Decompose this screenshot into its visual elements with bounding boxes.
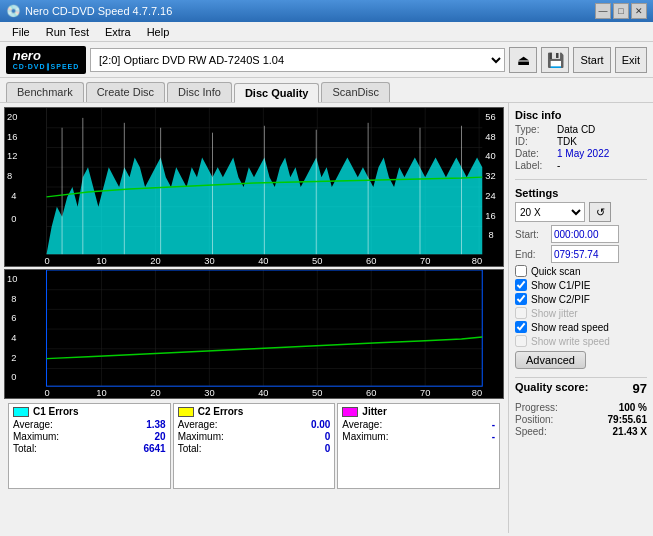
show-jitter-checkbox — [515, 307, 527, 319]
speed-select[interactable]: 20 X — [515, 202, 585, 222]
svg-text:32: 32 — [485, 171, 495, 181]
tab-disc-quality[interactable]: Disc Quality — [234, 83, 320, 103]
menu-bar: File Run Test Extra Help — [0, 22, 653, 42]
svg-text:8: 8 — [7, 171, 12, 181]
settings-title: Settings — [515, 187, 647, 199]
quality-score-label: Quality score: — [515, 381, 588, 396]
svg-text:50: 50 — [312, 388, 322, 398]
toolbar: nero CD·DVD∥SPEED [2:0] Optiarc DVD RW A… — [0, 42, 653, 78]
svg-text:10: 10 — [7, 274, 17, 284]
start-button[interactable]: Start — [573, 47, 610, 73]
c2-max-value: 0 — [325, 431, 331, 442]
show-read-speed-checkbox[interactable] — [515, 321, 527, 333]
progress-label: Progress: — [515, 402, 558, 413]
svg-text:70: 70 — [420, 256, 430, 266]
svg-text:10: 10 — [96, 388, 106, 398]
menu-help[interactable]: Help — [139, 24, 178, 40]
c1-color-indicator — [13, 407, 29, 417]
right-panel: Disc info Type: Data CD ID: TDK Date: 1 … — [508, 103, 653, 533]
svg-text:16: 16 — [485, 211, 495, 221]
show-c2pif-label: Show C2/PIF — [531, 294, 590, 305]
disc-info-section: Disc info Type: Data CD ID: TDK Date: 1 … — [515, 109, 647, 172]
c2-total-label: Total: — [178, 443, 202, 454]
svg-text:10: 10 — [96, 256, 106, 266]
show-read-speed-label: Show read speed — [531, 322, 609, 333]
c1-max-value: 20 — [155, 431, 166, 442]
tab-create-disc[interactable]: Create Disc — [86, 82, 165, 102]
exit-button[interactable]: Exit — [615, 47, 647, 73]
c1-total-label: Total: — [13, 443, 37, 454]
type-label: Type: — [515, 124, 553, 135]
svg-text:50: 50 — [312, 256, 322, 266]
top-chart-svg: 20 16 12 8 4 0 56 48 40 32 24 16 8 0 10 … — [5, 108, 503, 266]
progress-value: 100 % — [619, 402, 647, 413]
start-input[interactable] — [551, 225, 619, 243]
main-content: 20 16 12 8 4 0 56 48 40 32 24 16 8 0 10 … — [0, 103, 653, 533]
svg-text:80: 80 — [472, 256, 482, 266]
c2-avg-value: 0.00 — [311, 419, 330, 430]
minimize-button[interactable]: — — [595, 3, 611, 19]
menu-run-test[interactable]: Run Test — [38, 24, 97, 40]
top-chart: 20 16 12 8 4 0 56 48 40 32 24 16 8 0 10 … — [4, 107, 504, 267]
svg-text:0: 0 — [11, 372, 16, 382]
svg-text:6: 6 — [11, 313, 16, 323]
tab-disc-info[interactable]: Disc Info — [167, 82, 232, 102]
c1-avg-value: 1.38 — [146, 419, 165, 430]
bottom-chart: 10 8 6 4 2 0 0 10 20 30 40 50 60 70 80 — [4, 269, 504, 399]
speed-label: Speed: — [515, 426, 547, 437]
jitter-avg-label: Average: — [342, 419, 382, 430]
tab-bar: Benchmark Create Disc Disc Info Disc Qua… — [0, 78, 653, 103]
nero-logo: nero CD·DVD∥SPEED — [6, 46, 86, 74]
title-bar-title: Nero CD-DVD Speed 4.7.7.16 — [25, 5, 172, 17]
c1-stats-box: C1 Errors Average: 1.38 Maximum: 20 Tota… — [8, 403, 171, 489]
show-c1pie-checkbox[interactable] — [515, 279, 527, 291]
date-value: 1 May 2022 — [557, 148, 609, 159]
svg-text:16: 16 — [7, 132, 17, 142]
c2-color-indicator — [178, 407, 194, 417]
type-value: Data CD — [557, 124, 595, 135]
tab-benchmark[interactable]: Benchmark — [6, 82, 84, 102]
settings-section: Settings 20 X ↺ Start: End: Quick scan — [515, 187, 647, 369]
svg-text:48: 48 — [485, 132, 495, 142]
svg-text:40: 40 — [258, 256, 268, 266]
c2-max-label: Maximum: — [178, 431, 224, 442]
show-write-speed-label: Show write speed — [531, 336, 610, 347]
svg-text:30: 30 — [204, 256, 214, 266]
refresh-button[interactable]: ↺ — [589, 202, 611, 222]
drive-select[interactable]: [2:0] Optiarc DVD RW AD-7240S 1.04 — [90, 48, 505, 72]
disc-info-title: Disc info — [515, 109, 647, 121]
show-c2pif-checkbox[interactable] — [515, 293, 527, 305]
disc-label-label: Label: — [515, 160, 553, 171]
c2-stats-box: C2 Errors Average: 0.00 Maximum: 0 Total… — [173, 403, 336, 489]
date-label: Date: — [515, 148, 553, 159]
quick-scan-checkbox[interactable] — [515, 265, 527, 277]
chart-area: 20 16 12 8 4 0 56 48 40 32 24 16 8 0 10 … — [0, 103, 508, 533]
svg-text:60: 60 — [366, 256, 376, 266]
menu-extra[interactable]: Extra — [97, 24, 139, 40]
svg-text:80: 80 — [472, 388, 482, 398]
end-input[interactable] — [551, 245, 619, 263]
tab-scan-disc[interactable]: ScanDisc — [321, 82, 389, 102]
menu-file[interactable]: File — [4, 24, 38, 40]
disc-label-value: - — [557, 160, 560, 171]
jitter-avg-value: - — [492, 419, 495, 430]
maximize-button[interactable]: □ — [613, 3, 629, 19]
end-label: End: — [515, 249, 547, 260]
show-write-speed-checkbox — [515, 335, 527, 347]
close-button[interactable]: ✕ — [631, 3, 647, 19]
position-value: 79:55.61 — [608, 414, 647, 425]
advanced-button[interactable]: Advanced — [515, 351, 586, 369]
svg-text:2: 2 — [11, 353, 16, 363]
svg-text:0: 0 — [44, 388, 49, 398]
show-c1pie-label: Show C1/PIE — [531, 280, 590, 291]
c1-max-label: Maximum: — [13, 431, 59, 442]
c1-total-value: 6641 — [143, 443, 165, 454]
svg-text:30: 30 — [204, 388, 214, 398]
eject-button[interactable]: ⏏ — [509, 47, 537, 73]
bottom-chart-svg: 10 8 6 4 2 0 0 10 20 30 40 50 60 70 80 — [5, 270, 503, 398]
save-button[interactable]: 💾 — [541, 47, 569, 73]
c2-avg-label: Average: — [178, 419, 218, 430]
show-jitter-label: Show jitter — [531, 308, 578, 319]
title-bar: 💿 Nero CD-DVD Speed 4.7.7.16 — □ ✕ — [0, 0, 653, 22]
svg-text:40: 40 — [258, 388, 268, 398]
